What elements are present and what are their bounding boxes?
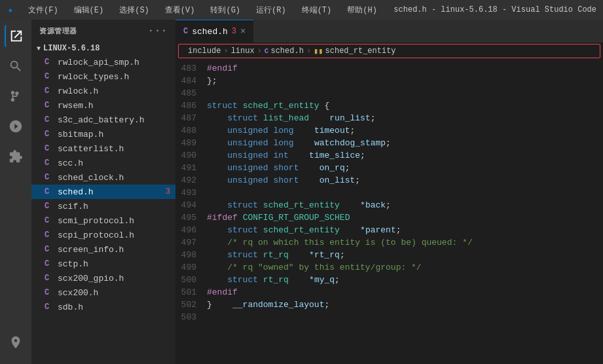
menu-edit[interactable]: 编辑(E) bbox=[69, 3, 109, 18]
sidebar-file-item[interactable]: Cscx200.h bbox=[31, 285, 175, 300]
sidebar-file-item[interactable]: Cscpi_protocol.h bbox=[31, 228, 175, 242]
activity-remote[interactable] bbox=[5, 331, 27, 354]
file-name-label: sbitmap.h bbox=[58, 130, 170, 139]
file-c-icon: C bbox=[45, 130, 54, 139]
code-line: struct rt_rq *rt_rq; bbox=[207, 249, 603, 261]
sidebar-more-button[interactable]: ··· bbox=[148, 25, 168, 37]
file-c-icon: C bbox=[45, 158, 54, 168]
code-line: unsigned short on_rq; bbox=[207, 162, 603, 174]
breadcrumb-include[interactable]: include bbox=[188, 46, 221, 56]
sidebar-title: 资源管理器 bbox=[39, 26, 77, 36]
code-line: struct sched_rt_entity *parent; bbox=[207, 224, 603, 236]
sidebar-file-item[interactable]: Csctp.h bbox=[31, 257, 175, 271]
file-c-icon: C bbox=[45, 101, 54, 110]
activity-source-control[interactable] bbox=[5, 85, 27, 107]
activity-extensions[interactable] bbox=[5, 145, 27, 168]
file-c-icon: C bbox=[45, 86, 54, 96]
breadcrumb-sep-2: › bbox=[257, 46, 262, 56]
file-c-icon: C bbox=[45, 259, 54, 268]
file-name-label: sched_clock.h bbox=[58, 173, 170, 183]
sidebar-file-item[interactable]: Cscreen_info.h bbox=[31, 242, 175, 257]
file-name-label: rwsem.h bbox=[58, 101, 170, 111]
sidebar-file-item[interactable]: Crwsem.h bbox=[31, 98, 175, 113]
menu-file[interactable]: 文件(F) bbox=[23, 3, 64, 18]
editor-area: C sched.h 3 × include › linux › C sched.… bbox=[175, 20, 603, 364]
code-line: unsigned long timeout; bbox=[207, 124, 603, 137]
breadcrumb-sep-3: › bbox=[306, 46, 311, 56]
window-title: sched.h - linux-5.6.18 - Visual Studio C… bbox=[393, 5, 596, 14]
line-numbers: 4834844854864874884894904914924934944954… bbox=[175, 62, 203, 361]
sidebar: 资源管理器 ··· ▼ LINUX-5.6.18 Crwlock_api_smp… bbox=[31, 20, 175, 364]
code-line: struct sched_rt_entity *back; bbox=[207, 199, 603, 211]
sidebar-file-item[interactable]: Crwlock_types.h bbox=[31, 69, 175, 84]
file-c-icon: C bbox=[45, 202, 54, 211]
breadcrumb-sep-1: › bbox=[223, 46, 228, 56]
code-line: struct rt_rq *my_q; bbox=[207, 274, 603, 286]
file-name-label: scpi_protocol.h bbox=[58, 230, 170, 240]
activity-search[interactable] bbox=[5, 55, 27, 77]
file-name-label: scatterlist.h bbox=[58, 144, 170, 154]
activity-debug[interactable] bbox=[5, 115, 27, 137]
folder-chevron-icon: ▼ bbox=[37, 45, 41, 52]
sidebar-file-item[interactable]: Csdb.h bbox=[31, 300, 175, 314]
code-content-wrapper: #endif}; struct sched_rt_entity { struct… bbox=[203, 62, 603, 361]
folder-name: LINUX-5.6.18 bbox=[43, 44, 100, 53]
breadcrumb-linux[interactable]: linux bbox=[231, 46, 255, 56]
code-line: unsigned long watchdog_stamp; bbox=[207, 137, 603, 149]
code-editor[interactable]: 4834844854864874884894904914924934944954… bbox=[175, 60, 603, 364]
main-layout: 资源管理器 ··· ▼ LINUX-5.6.18 Crwlock_api_smp… bbox=[0, 20, 603, 364]
file-name-label: sctp.h bbox=[58, 259, 170, 269]
sidebar-folder-item[interactable]: ▼ LINUX-5.6.18 bbox=[31, 42, 175, 55]
breadcrumb-file[interactable]: C sched.h bbox=[265, 46, 304, 56]
tab-close-button[interactable]: × bbox=[240, 26, 246, 37]
sidebar-file-item[interactable]: Csched.h3 bbox=[31, 185, 175, 199]
breadcrumb: include › linux › C sched.h › ▮▮ sched_r… bbox=[178, 44, 600, 58]
sidebar-file-item[interactable]: Cscc.h bbox=[31, 156, 175, 170]
menu-select[interactable]: 选择(S) bbox=[114, 3, 155, 18]
activity-bar bbox=[0, 20, 31, 364]
activity-explorer[interactable] bbox=[5, 25, 27, 47]
code-line: unsigned int time_slice; bbox=[207, 149, 603, 162]
file-badge: 3 bbox=[166, 187, 170, 196]
file-c-icon: C bbox=[45, 288, 54, 297]
file-c-icon: C bbox=[45, 58, 54, 67]
code-line: #ifdef CONFIG_RT_GROUP_SCHED bbox=[207, 211, 603, 224]
menu-run[interactable]: 运行(R) bbox=[251, 3, 291, 18]
file-c-icon: C bbox=[45, 72, 54, 81]
code-line bbox=[207, 187, 603, 199]
file-name-label: scif.h bbox=[58, 202, 170, 211]
menu-terminal[interactable]: 终端(T) bbox=[297, 3, 337, 18]
sidebar-file-item[interactable]: Crwlock.h bbox=[31, 84, 175, 98]
file-c-icon: C bbox=[45, 173, 54, 182]
code-line: unsigned short on_list; bbox=[207, 174, 603, 187]
tab-label: sched.h bbox=[192, 27, 228, 37]
sidebar-file-item[interactable]: Csched_clock.h bbox=[31, 170, 175, 185]
tabs-bar: C sched.h 3 × bbox=[175, 20, 603, 43]
code-line: /* rq "owned" by this entity/group: */ bbox=[207, 261, 603, 274]
sidebar-file-item[interactable]: Cs3c_adc_battery.h bbox=[31, 113, 175, 127]
tab-sched-h[interactable]: C sched.h 3 × bbox=[175, 20, 253, 43]
titlebar: ⬩ 文件(F) 编辑(E) 选择(S) 查看(V) 转到(G) 运行(R) 终端… bbox=[0, 0, 603, 20]
menu-view[interactable]: 查看(V) bbox=[160, 3, 200, 18]
tab-file-icon: C bbox=[183, 27, 188, 36]
file-c-icon: C bbox=[45, 302, 54, 312]
breadcrumb-struct-icon: ▮▮ bbox=[314, 46, 323, 56]
sidebar-file-item[interactable]: Cscx200_gpio.h bbox=[31, 271, 175, 285]
file-name-label: rwlock_api_smp.h bbox=[58, 58, 170, 67]
file-list: Crwlock_api_smp.hCrwlock_types.hCrwlock.… bbox=[31, 55, 175, 364]
code-content[interactable]: #endif}; struct sched_rt_entity { struct… bbox=[203, 62, 603, 323]
breadcrumb-struct[interactable]: ▮▮ sched_rt_entity bbox=[314, 46, 395, 56]
code-line: #endif bbox=[207, 62, 603, 75]
file-name-label: scmi_protocol.h bbox=[58, 216, 170, 226]
file-name-label: scx200_gpio.h bbox=[58, 274, 170, 283]
file-c-icon: C bbox=[45, 230, 54, 240]
file-c-icon: C bbox=[45, 144, 54, 153]
sidebar-file-item[interactable]: Cscmi_protocol.h bbox=[31, 213, 175, 228]
sidebar-file-item[interactable]: Cscatterlist.h bbox=[31, 141, 175, 156]
code-line: #endif bbox=[207, 286, 603, 299]
menu-help[interactable]: 帮助(H) bbox=[342, 3, 382, 18]
sidebar-file-item[interactable]: Csbitmap.h bbox=[31, 127, 175, 141]
sidebar-file-item[interactable]: Crwlock_api_smp.h bbox=[31, 55, 175, 69]
menu-goto[interactable]: 转到(G) bbox=[205, 3, 246, 18]
sidebar-file-item[interactable]: Cscif.h bbox=[31, 199, 175, 213]
